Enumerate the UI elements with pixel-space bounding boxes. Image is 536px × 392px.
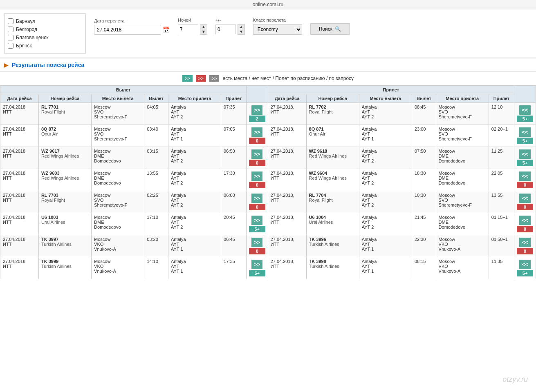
- back-button[interactable]: <<: [519, 260, 530, 269]
- city-item-blagoveshchensk[interactable]: Благовещенск: [8, 33, 82, 42]
- arr-arr-time-cell: 11:25: [489, 147, 514, 169]
- table-row: 27.04.2018, ИТТ U6 1003 Ural Airlines Mo…: [0, 213, 536, 235]
- forward-button[interactable]: >>: [251, 260, 262, 269]
- dep-dest-cell: AntalyaAYTAYT 2: [168, 103, 221, 125]
- dep-place-cell: MoscowSVOSheremetyevo-F: [92, 125, 144, 147]
- arr-dep-time-cell: 22:30: [412, 235, 436, 257]
- forward-action-cell[interactable]: >> 0: [246, 191, 268, 213]
- dep-time-cell: 13:55: [144, 169, 168, 191]
- back-count-badge: 0: [517, 204, 533, 210]
- dep-dest-cell: AntalyaAYTAYT 1: [168, 257, 221, 279]
- arr-dest-cell: MoscowSVOSheremetyevo-F: [436, 125, 489, 147]
- dep-time-cell: 03:15: [144, 147, 168, 169]
- dep-date-cell: 27.04.2018, ИТТ: [0, 125, 39, 147]
- action-column-header: [246, 86, 268, 103]
- back-action-cell[interactable]: << 5+: [514, 103, 536, 125]
- search-icon: 🔍: [335, 26, 341, 32]
- arr-date-header: Дата рейса: [268, 94, 306, 103]
- spin-up-icon2[interactable]: ▲: [239, 24, 243, 29]
- city-checkbox-bryansk[interactable]: [8, 43, 13, 49]
- calendar-icon[interactable]: 📅: [163, 27, 170, 33]
- forward-action-cell[interactable]: >> 0: [246, 147, 268, 169]
- city-checkbox-blagoveshchensk[interactable]: [8, 35, 13, 40]
- back-button[interactable]: <<: [519, 127, 530, 137]
- back-action-cell[interactable]: << 0: [514, 235, 536, 257]
- forward-action-cell[interactable]: >> 0: [246, 169, 268, 191]
- city-list: Барнаул Белгород Благовещенск Брянск: [4, 13, 86, 53]
- back-button[interactable]: <<: [519, 105, 530, 115]
- search-params: Дата перелета 📅 Ночей ▲ ▼ +/- ▲: [94, 13, 350, 39]
- spin-down-icon[interactable]: ▼: [202, 29, 206, 34]
- city-item-bryansk[interactable]: Брянск: [8, 42, 82, 50]
- results-header: ▶ Результаты поиска рейса: [0, 58, 536, 72]
- back-action-cell[interactable]: << 5+: [514, 125, 536, 147]
- arr-arr-time-cell: 01:15+1: [489, 213, 514, 235]
- back-button[interactable]: <<: [519, 194, 530, 203]
- arr-arr-time-cell: 11:35: [489, 257, 514, 279]
- forward-button[interactable]: >>: [251, 105, 262, 115]
- city-item-belgorod[interactable]: Белгород: [8, 25, 82, 33]
- spin-up-icon[interactable]: ▲: [202, 24, 206, 29]
- back-button[interactable]: <<: [519, 149, 530, 159]
- back-action-cell[interactable]: << 5+: [514, 147, 536, 169]
- back-count-badge: 5+: [517, 160, 533, 166]
- back-button[interactable]: <<: [519, 172, 530, 181]
- date-field[interactable]: [94, 25, 161, 35]
- arr-date-cell: 27.04.2018, ИТТ: [268, 147, 306, 169]
- plusminus-field[interactable]: [215, 24, 236, 34]
- dep-flight-cell: WZ 9603 Red Wings Airlines: [38, 169, 91, 191]
- forward-count-badge: 0: [249, 160, 265, 166]
- date-param: Дата перелета 📅: [94, 18, 170, 35]
- city-checkbox-barnaul[interactable]: [8, 18, 13, 24]
- forward-button[interactable]: >>: [251, 127, 262, 137]
- forward-action-cell[interactable]: >> 5+: [246, 257, 268, 279]
- arr-date-cell: 27.04.2018, ИТТ: [268, 213, 306, 235]
- back-button[interactable]: <<: [519, 238, 530, 247]
- plusminus-label: +/-: [215, 18, 245, 22]
- legend-row: >> >> >> есть места / нет мест / Полет п…: [0, 72, 536, 85]
- back-action-cell[interactable]: << 5+: [514, 257, 536, 279]
- forward-action-cell[interactable]: >> 0: [246, 125, 268, 147]
- arr-date-cell: 27.04.2018, ИТТ: [268, 191, 306, 213]
- forward-button[interactable]: >>: [251, 216, 262, 225]
- back-action-cell[interactable]: << 0: [514, 213, 536, 235]
- dep-place-cell: MoscowDMEDomodedovo: [92, 147, 144, 169]
- arr-flight-number: U6 1004: [309, 215, 326, 220]
- arr-date-cell: 27.04.2018, ИТТ: [268, 103, 306, 125]
- forward-button[interactable]: >>: [251, 149, 262, 159]
- plusminus-spinner[interactable]: ▲ ▼: [238, 24, 245, 35]
- flight-table: Вылет Прилет Дата рейса Номер рейса Мест…: [0, 85, 536, 279]
- dep-date-cell: 27.04.2018, ИТТ: [0, 169, 39, 191]
- forward-action-cell[interactable]: >> 5+: [246, 213, 268, 235]
- nights-field[interactable]: [178, 24, 198, 34]
- back-action-cell[interactable]: << 0: [514, 169, 536, 191]
- spin-down-icon2[interactable]: ▼: [239, 29, 243, 34]
- arr-place-cell: AntalyaAYTAYT 1: [359, 235, 412, 257]
- forward-action-cell[interactable]: >> 2: [246, 103, 268, 125]
- back-action-cell[interactable]: << 0: [514, 191, 536, 213]
- plusminus-param: +/- ▲ ▼: [215, 18, 245, 35]
- forward-count-badge: 0: [249, 204, 265, 210]
- city-item-barnaul[interactable]: Барнаул: [8, 17, 82, 25]
- dep-date-cell: 27.04.2018, ИТТ: [0, 213, 39, 235]
- dep-flight-number: WZ 9617: [41, 149, 60, 154]
- dep-arr-cell: 07:35: [221, 103, 247, 125]
- search-button[interactable]: Поиск 🔍: [310, 23, 350, 35]
- dep-time-cell: 17:10: [144, 213, 168, 235]
- arr-flight-number: WZ 9604: [309, 171, 327, 176]
- arr-dep-time-cell: 21:45: [412, 213, 436, 235]
- arr-place-cell: AntalyaAYTAYT 2: [359, 191, 412, 213]
- class-select[interactable]: Economy Business: [253, 24, 302, 35]
- nights-spinner[interactable]: ▲ ▼: [200, 24, 207, 35]
- dep-flight-cell: TK 3999 Turkish Airlines: [38, 257, 91, 279]
- dep-arr-cell: 06:00: [221, 191, 247, 213]
- arr-place-cell: AntalyaAYTAYT 1: [359, 257, 412, 279]
- dep-time-cell: 03:40: [144, 125, 168, 147]
- forward-button[interactable]: >>: [251, 238, 262, 247]
- forward-action-cell[interactable]: >> 0: [246, 235, 268, 257]
- back-button[interactable]: <<: [519, 216, 530, 225]
- forward-button[interactable]: >>: [251, 194, 262, 203]
- city-checkbox-belgorod[interactable]: [8, 27, 13, 32]
- forward-button[interactable]: >>: [251, 172, 262, 181]
- dep-time-cell: 02:25: [144, 191, 168, 213]
